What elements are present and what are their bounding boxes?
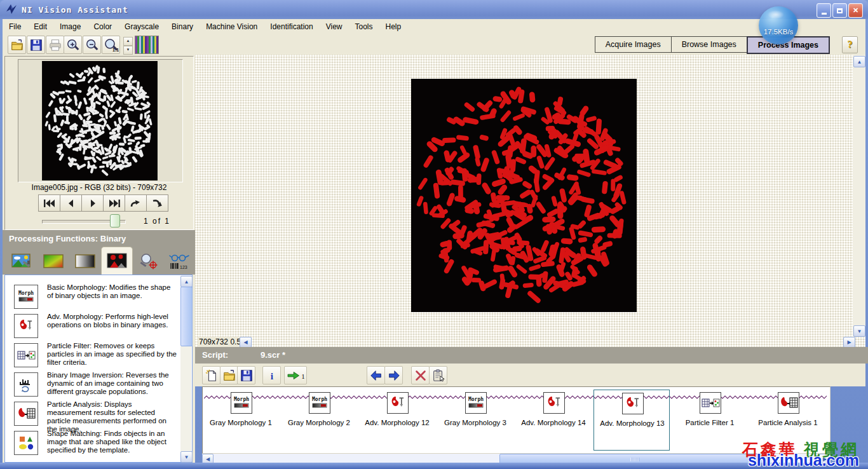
menu-binary[interactable]: Binary xyxy=(165,20,200,34)
image-tab-icon xyxy=(11,253,32,271)
thumb-grip xyxy=(630,458,639,461)
function-adv-morphology[interactable]: Adv. Morphology: Performs high-level ope… xyxy=(10,313,177,341)
open-script-button[interactable] xyxy=(220,366,238,384)
script-step-adv-morphology-14[interactable]: Adv. Morphology 14 xyxy=(515,390,592,451)
identification-tab-icon xyxy=(168,253,190,271)
save-image-button[interactable] xyxy=(27,36,45,54)
adv-morphology-icon xyxy=(623,394,642,413)
first-image-button[interactable] xyxy=(38,194,60,212)
last-image-button[interactable] xyxy=(103,194,125,212)
step-info-button[interactable] xyxy=(262,366,281,384)
previous-icon xyxy=(64,198,79,208)
menu-view[interactable]: View xyxy=(320,20,349,34)
first-icon xyxy=(42,198,57,208)
menu-identification[interactable]: Identification xyxy=(264,20,319,34)
scroll-down-icon[interactable]: ▼ xyxy=(180,451,193,463)
zoom-1to1-button[interactable]: 1:1 xyxy=(102,36,120,54)
rotate-right-button[interactable] xyxy=(146,194,168,212)
menu-color[interactable]: Color xyxy=(87,20,118,34)
script-step-adv-morphology-12[interactable]: Adv. Morphology 12 xyxy=(359,390,435,451)
close-button[interactable]: ✕ xyxy=(848,3,863,18)
palette-icon[interactable] xyxy=(135,36,159,54)
save-script-button[interactable] xyxy=(237,366,255,384)
menu-grayscale[interactable]: Grayscale xyxy=(118,20,165,34)
zoom-stepper[interactable]: ▲ ▼ xyxy=(123,37,133,55)
canvas-horizontal-scrollbar[interactable]: 709x732 0.5X ◀ ▶ xyxy=(195,337,865,347)
print-button[interactable] xyxy=(46,36,64,54)
browse-images-button[interactable]: Browse Images xyxy=(671,36,747,53)
tab-grayscale[interactable] xyxy=(74,253,96,271)
open-image-button[interactable] xyxy=(8,36,26,54)
image-canvas[interactable] xyxy=(195,55,853,337)
next-icon xyxy=(85,198,100,208)
zoom-in-button[interactable] xyxy=(64,36,82,54)
script-step-adv-morphology-13[interactable]: Adv. Morphology 13 xyxy=(593,390,670,451)
next-image-button[interactable] xyxy=(81,194,104,212)
tab-color[interactable] xyxy=(43,253,64,271)
binary-tab-icon xyxy=(106,252,128,270)
canvas-scroll-up-icon[interactable]: ▲ xyxy=(853,56,865,67)
script-step-gray-morphology-1[interactable]: Gray Morphology 1 xyxy=(203,390,279,451)
canvas-scroll-right-icon[interactable]: ▶ xyxy=(843,337,855,348)
thumbnail-image[interactable] xyxy=(41,61,158,180)
help-button[interactable]: ? xyxy=(842,36,858,53)
run-once-button[interactable] xyxy=(284,366,307,384)
script-horizontal-scrollbar[interactable]: ◀ ▶ xyxy=(202,454,830,463)
last-icon xyxy=(107,198,122,208)
color-tab-icon xyxy=(43,253,64,271)
delete-step-button[interactable] xyxy=(411,366,430,384)
script-step-gray-morphology-3[interactable]: Gray Morphology 3 xyxy=(437,390,513,451)
spin-up-icon[interactable]: ▲ xyxy=(123,37,133,46)
menu-file[interactable]: File xyxy=(3,20,27,34)
step-back-button[interactable] xyxy=(367,366,385,384)
zoom-out-button[interactable] xyxy=(83,36,101,54)
script-step-particle-filter-1[interactable]: Particle Filter 1 xyxy=(672,390,748,451)
tab-machine-vision[interactable] xyxy=(138,253,159,271)
info-icon xyxy=(265,369,279,383)
processed-image[interactable] xyxy=(411,79,637,312)
menu-edit[interactable]: Edit xyxy=(27,20,53,34)
tab-binary[interactable] xyxy=(101,247,133,275)
menu-image[interactable]: Image xyxy=(53,20,87,34)
spin-down-icon[interactable]: ▼ xyxy=(123,46,133,55)
rotate-left-button[interactable] xyxy=(125,194,147,212)
network-speed-bubble[interactable]: 17.5KB/s xyxy=(759,6,798,44)
save-icon xyxy=(29,38,43,52)
scroll-up-icon[interactable]: ▲ xyxy=(180,276,193,287)
menu-machine-vision[interactable]: Machine Vision xyxy=(200,20,264,34)
adv-morphology-icon xyxy=(545,393,564,412)
minimize-icon xyxy=(822,13,827,15)
particle-analysis-icon xyxy=(779,393,798,412)
functions-list-scrollbar[interactable]: ▲ ▼ xyxy=(180,276,191,461)
new-script-button[interactable] xyxy=(202,366,220,384)
edit-step-button[interactable] xyxy=(429,366,447,384)
previous-image-button[interactable] xyxy=(60,194,82,212)
thumbnail-frame xyxy=(18,59,183,182)
menu-help[interactable]: Help xyxy=(379,20,408,34)
acquire-images-button[interactable]: Acquire Images xyxy=(595,36,672,53)
step-forward-button[interactable] xyxy=(384,366,403,384)
menu-bar: File Edit Image Color Grayscale Binary M… xyxy=(3,19,865,34)
adv-morphology-icon xyxy=(14,314,38,338)
menu-tools[interactable]: Tools xyxy=(348,20,379,34)
slider-handle[interactable] xyxy=(110,214,120,228)
title-bar[interactable]: NI Vision Assistant ✕ xyxy=(0,0,868,19)
canvas-scroll-left-icon[interactable]: ◀ xyxy=(240,337,252,348)
maximize-button[interactable] xyxy=(832,3,847,18)
minimize-button[interactable] xyxy=(817,3,831,18)
particle-filter-icon xyxy=(701,393,720,412)
canvas-vertical-scrollbar[interactable]: ▲ ▼ xyxy=(853,55,865,337)
script-canvas[interactable]: Gray Morphology 1 Gray Morphology 2 Adv.… xyxy=(202,386,831,454)
scroll-thumb[interactable] xyxy=(180,287,193,346)
function-basic-morphology[interactable]: Basic Morphology: Modifies the shape of … xyxy=(10,283,177,311)
function-binary-inversion[interactable]: Binary Image Inversion: Reverses the dyn… xyxy=(10,371,177,399)
tab-identification[interactable] xyxy=(168,253,190,271)
image-caption: Image005.jpg - RGB (32 bits) - 709x732 xyxy=(5,183,193,192)
undo-arrow-icon xyxy=(128,198,144,208)
script-step-gray-morphology-2[interactable]: Gray Morphology 2 xyxy=(281,390,357,451)
function-shape-matching[interactable]: Shape Matching: Finds objects in an imag… xyxy=(10,430,177,458)
canvas-scroll-down-icon[interactable]: ▼ xyxy=(853,325,865,337)
function-particle-filter[interactable]: Particle Filter: Removes or keeps partic… xyxy=(10,342,177,370)
function-particle-analysis[interactable]: Particle Analysis: Displays measurement … xyxy=(10,400,177,428)
tab-image[interactable] xyxy=(11,253,32,271)
